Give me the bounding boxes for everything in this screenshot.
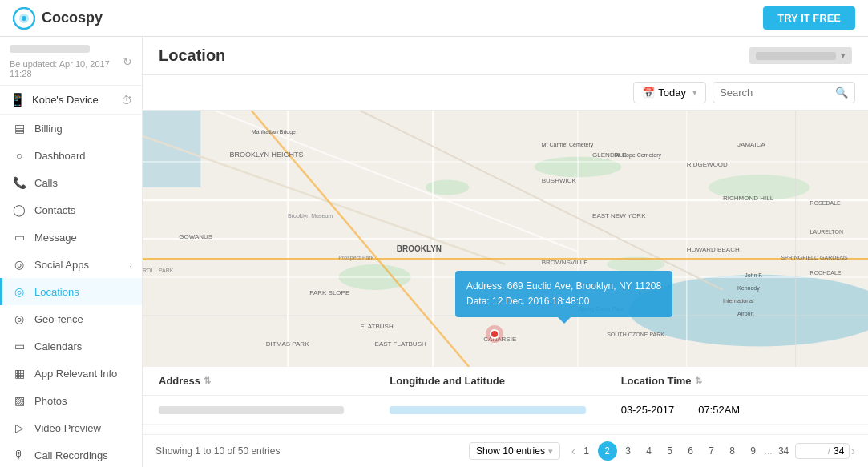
showing-text: Showing 1 to 10 of 50 entries (155, 445, 280, 457)
locations-icon: ◎ (12, 285, 26, 298)
page-1-button[interactable]: 1 (577, 441, 596, 461)
svg-text:BROOKLYN: BROOKLYN (397, 244, 442, 253)
map-background: BROOKLYN HEIGHTS BROOKLYN GOWANUS PARK S… (143, 111, 868, 367)
nav-video-preview[interactable]: ▷ Video Preview (0, 414, 142, 441)
calendars-icon: ▭ (12, 340, 26, 352)
col-address-label: Address (159, 375, 200, 387)
page-4-button[interactable]: 4 (640, 441, 659, 461)
svg-text:LAURELTON: LAURELTON (810, 229, 843, 235)
cell-time: 03-25-2017 07:52AM (621, 404, 852, 416)
date-arrow-icon: ▾ (692, 87, 697, 98)
account-selector[interactable]: ▾ (749, 47, 852, 64)
prev-page-button[interactable]: ‹ (571, 445, 575, 457)
tooltip-data: Data: 12 Dec. 2016 18:48:00 (466, 294, 661, 309)
calendar-icon: 📅 (642, 87, 655, 99)
col-latlng-label: Longitude and Latitude (390, 375, 505, 387)
refresh-icon[interactable]: ↻ (123, 55, 132, 68)
search-icon: 🔍 (835, 87, 848, 99)
nav-contacts[interactable]: ◯ Contacts (0, 196, 142, 223)
sidebar: Be updated: Apr 10, 2017 11:28 ↻ 📱 Kobe'… (0, 37, 143, 467)
nav-contacts-label: Contacts (34, 204, 75, 216)
svg-text:ROSEDALE: ROSEDALE (810, 200, 841, 206)
svg-text:PARK SLOPE: PARK SLOPE (309, 289, 349, 296)
account-row: Be updated: Apr 10, 2017 11:28 ↻ (10, 45, 132, 79)
page-input[interactable] (801, 445, 825, 457)
billing-icon: ▤ (12, 122, 26, 135)
date-selector[interactable]: 📅 Today ▾ (633, 82, 706, 103)
geofence-icon: ◎ (12, 312, 26, 325)
latlng-blur (390, 406, 586, 414)
time-date: 03-25-2017 (621, 404, 675, 416)
dashboard-icon: ○ (12, 149, 26, 162)
svg-text:EAST NEW YORK: EAST NEW YORK (592, 212, 646, 219)
col-header-latlng: Longitude and Latitude (390, 375, 620, 387)
account-section: Be updated: Apr 10, 2017 11:28 ↻ (0, 37, 142, 86)
nav-billing[interactable]: ▤ Billing (0, 115, 142, 142)
cell-address (159, 406, 390, 414)
map-container: BROOKLYN HEIGHTS BROOKLYN GOWANUS PARK S… (143, 111, 868, 367)
page-34-button[interactable]: 34 (774, 441, 793, 461)
sort-icon-address[interactable]: ⇅ (204, 376, 211, 386)
nav-billing-label: Billing (34, 123, 63, 135)
svg-text:Mt Carmel Cemetery: Mt Carmel Cemetery (542, 142, 594, 148)
search-box[interactable]: 🔍 (713, 82, 855, 103)
nav-social[interactable]: ◎ Social Apps › (0, 251, 142, 278)
try-free-button[interactable]: TRY IT FREE (763, 6, 855, 30)
svg-point-2 (22, 16, 26, 21)
account-select-blur (756, 52, 836, 60)
nav-locations[interactable]: ◎ Locations (0, 278, 142, 305)
page-7-button[interactable]: 7 (702, 441, 721, 461)
message-icon: ▭ (12, 231, 26, 244)
nav-photos[interactable]: ▨ Photos (0, 387, 142, 414)
calls-icon: 📞 (12, 176, 26, 189)
page-2-button[interactable]: 2 (598, 441, 617, 461)
col-time-label: Location Time (621, 375, 692, 387)
nav-message[interactable]: ▭ Message (0, 223, 142, 251)
nav-call-recordings[interactable]: 🎙 Call Recordings (0, 441, 142, 467)
nav-call-recordings-label: Call Recordings (34, 449, 108, 461)
svg-text:SOUTH OZONE PARK: SOUTH OZONE PARK (607, 332, 664, 337)
nav-message-label: Message (34, 231, 77, 244)
pin-outer (486, 325, 503, 343)
page-6-button[interactable]: 6 (681, 441, 700, 461)
page-3-button[interactable]: 3 (619, 441, 638, 461)
per-page-arrow: ▾ (548, 446, 553, 457)
nav-calls-label: Calls (34, 177, 58, 189)
svg-rect-5 (143, 111, 200, 187)
svg-text:BROOKLYN HEIGHTS: BROOKLYN HEIGHTS (230, 151, 304, 159)
pagination-bar: Showing 1 to 10 of 50 entries Show 10 en… (143, 434, 868, 467)
tooltip-address-value: 669 Euclid Ave, Brooklyn, NY 11208 (507, 280, 661, 292)
table-header: Address ⇅ Longitude and Latitude Locatio… (143, 367, 868, 396)
page-8-button[interactable]: 8 (723, 441, 742, 461)
nav-calendars[interactable]: ▭ Calendars (0, 332, 142, 360)
nav-dashboard[interactable]: ○ Dashboard (0, 142, 142, 169)
page-9-button[interactable]: 9 (744, 441, 763, 461)
device-settings-icon[interactable]: ⏱ (121, 94, 132, 107)
nav-geofence[interactable]: ◎ Geo-fence (0, 305, 142, 332)
nav-video-label: Video Preview (34, 422, 101, 434)
svg-text:Airport: Airport (737, 311, 754, 317)
nav-app-relevant[interactable]: ▦ App Relevant Info (0, 360, 142, 387)
nav-calendars-label: Calendars (34, 340, 82, 352)
per-page-selector[interactable]: Show 10 entries ▾ (469, 442, 560, 460)
nav-social-label: Social Apps (34, 259, 89, 271)
logo-icon (13, 7, 35, 30)
next-page-button[interactable]: › (851, 445, 855, 457)
device-item[interactable]: 📱 Kobe's Device ⏱ (0, 86, 142, 115)
main-header: Location ▾ (143, 37, 868, 75)
page-5-button[interactable]: 5 (660, 441, 680, 461)
tooltip-data-value: 12 Dec. 2016 18:48:00 (492, 296, 589, 307)
sort-icon-time[interactable]: ⇅ (695, 376, 702, 386)
tooltip-data-label: Data: (466, 296, 490, 307)
account-updated: Be updated: Apr 10, 2017 11:28 (10, 59, 123, 79)
search-input[interactable] (720, 87, 832, 99)
call-recordings-icon: 🎙 (12, 449, 26, 461)
table-row: 03-25-2017 07:52AM (143, 396, 868, 425)
svg-text:Brooklyn Museum: Brooklyn Museum (288, 213, 333, 219)
map-location-pin (486, 325, 503, 343)
nav-calls[interactable]: 📞 Calls (0, 169, 142, 196)
svg-text:RICHMOND HILL: RICHMOND HILL (723, 195, 774, 202)
svg-text:John F.: John F. (745, 272, 763, 278)
photos-icon: ▨ (12, 394, 26, 407)
header-left: Cocospy (13, 7, 103, 30)
